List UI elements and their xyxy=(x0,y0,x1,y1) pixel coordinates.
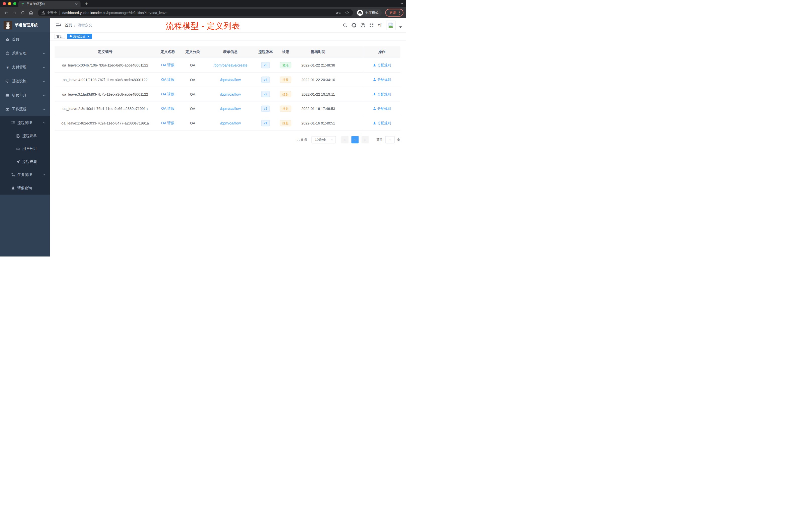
column-header: 操作 xyxy=(363,47,401,58)
form-link[interactable]: /bpm/oa/flow xyxy=(220,121,241,125)
sidebar-item[interactable]: 首页 xyxy=(0,32,50,47)
annotation-title: 流程模型 - 定义列表 xyxy=(166,21,240,32)
sidebar-item-label: 请假查询 xyxy=(17,186,32,190)
list-icon xyxy=(11,121,15,125)
tag-item[interactable]: 首页 xyxy=(54,34,65,39)
user-small-icon xyxy=(373,121,376,125)
browser-update-button[interactable]: 更新 xyxy=(385,9,404,17)
form-link[interactable]: /bpm/oa/flow xyxy=(220,78,241,82)
sidebar-item[interactable]: 研发工具 xyxy=(0,88,50,102)
sidebar-item[interactable]: 用户分组 xyxy=(0,142,50,155)
definition-category-cell: OA xyxy=(180,87,205,101)
assign-rule-link[interactable]: 分配规则 xyxy=(373,77,391,82)
window-controls xyxy=(3,2,16,5)
browser-menu-dots-icon[interactable] xyxy=(399,10,400,15)
assign-rule-link[interactable]: 分配规则 xyxy=(373,92,391,97)
reload-icon[interactable] xyxy=(19,9,26,16)
close-window-button[interactable] xyxy=(3,2,6,5)
assign-rule-link[interactable]: 分配规则 xyxy=(373,106,391,111)
filler-cell xyxy=(341,72,363,87)
sidebar-item[interactable]: 请假查询 xyxy=(0,181,50,195)
assign-rule-link[interactable]: 分配规则 xyxy=(373,121,391,125)
help-icon[interactable]: ? xyxy=(360,23,366,28)
sidebar-item[interactable]: 流程管理 xyxy=(0,116,50,129)
tag-active[interactable]: 流程定义✕ xyxy=(67,34,92,39)
dashboard-icon xyxy=(5,37,10,42)
assign-rule-link[interactable]: 分配规则 xyxy=(373,63,391,67)
sidebar-item[interactable]: 基础设施 xyxy=(0,74,50,88)
github-icon[interactable] xyxy=(351,23,357,28)
browser-tab[interactable]: 芋道管理系统 ✕ xyxy=(18,1,81,7)
home-icon[interactable] xyxy=(27,9,35,16)
tab-title: 芋道管理系统 xyxy=(27,2,75,6)
back-icon[interactable] xyxy=(2,9,10,16)
version-badge: v5 xyxy=(261,62,270,68)
definition-name-link[interactable]: OA 请假 xyxy=(161,121,174,125)
form-icon xyxy=(16,134,20,138)
chevron-down-icon xyxy=(42,52,45,55)
next-page-button[interactable]: › xyxy=(361,136,369,143)
definition-name-link[interactable]: OA 请假 xyxy=(161,92,174,97)
seedling-favicon-icon xyxy=(21,2,25,6)
user-small-icon xyxy=(373,78,376,81)
status-badge: 挂起 xyxy=(280,105,291,112)
breadcrumb-home[interactable]: 首页 xyxy=(65,23,72,28)
page-size-select[interactable]: 10条/页 xyxy=(312,136,336,143)
column-header-label: 操作 xyxy=(378,50,385,55)
action-cell: 分配规则 xyxy=(363,58,401,72)
definition-name-link[interactable]: OA 请假 xyxy=(161,106,174,111)
sidebar-item[interactable]: ¥支付管理 xyxy=(0,60,50,74)
form-link[interactable]: /bpm/oa/flow xyxy=(220,92,241,96)
sidebar-item[interactable]: 任务管理 xyxy=(0,168,50,181)
user-icon xyxy=(11,186,15,190)
chevron-down-icon xyxy=(42,66,45,68)
sidebar-fold-icon[interactable] xyxy=(56,23,61,28)
column-header-label: 定义编号 xyxy=(98,50,113,55)
action-cell: 分配规则 xyxy=(363,72,401,87)
avatar[interactable] xyxy=(386,21,396,30)
sidebar-logo[interactable]: 芋道管理系统 xyxy=(0,18,50,32)
sidebar-item[interactable]: 系统管理 xyxy=(0,47,50,60)
svg-text:?: ? xyxy=(362,24,364,27)
sidebar-item[interactable]: 工作流程 xyxy=(0,102,50,116)
page-1-button[interactable]: 1 xyxy=(351,136,358,143)
tab-close-icon[interactable]: ✕ xyxy=(75,2,78,6)
status-badge: 挂起 xyxy=(280,120,291,126)
deploy-time: 2022-01-22 19:19:11 xyxy=(301,92,335,96)
url-bar[interactable]: 不安全 dashboard.yudao.iocoder.cn/bpm/manag… xyxy=(38,9,353,16)
minimize-window-button[interactable] xyxy=(8,2,11,5)
avatar-caret-down-icon[interactable] xyxy=(399,26,402,28)
bookmark-star-icon[interactable] xyxy=(345,10,349,15)
version-badge: v2 xyxy=(261,105,270,112)
forward-icon[interactable] xyxy=(11,9,18,16)
form-link[interactable]: /bpm/oa/leave/create xyxy=(213,63,247,67)
browser-tab-strip: 芋道管理系统 ✕ + xyxy=(0,0,406,7)
definition-id: oa_leave:5:004b710b-7b8a-11ec-8ef0-acde4… xyxy=(62,63,148,67)
password-key-icon[interactable] xyxy=(336,11,341,14)
goto-page-input[interactable] xyxy=(385,136,395,143)
tab-search-chevron-icon[interactable] xyxy=(400,2,403,5)
chevron-up-icon xyxy=(42,121,45,124)
definition-name-link[interactable]: OA 请假 xyxy=(161,63,174,67)
column-header-label: 定义名称 xyxy=(161,50,175,55)
definition-id: oa_leave:4:991f2193-7b7f-11ec-a3c8-acde4… xyxy=(63,78,148,82)
definition-name-link[interactable]: OA 请假 xyxy=(161,77,174,82)
security-label: 不安全 xyxy=(47,10,57,15)
sidebar-item-label: 基础设施 xyxy=(12,79,26,84)
branch-icon xyxy=(11,173,15,177)
sidebar-item[interactable]: 流程模型 xyxy=(0,155,50,169)
url-domain: dashboard.yudao.iocoder.cn xyxy=(62,11,107,14)
column-header: 流程版本 xyxy=(256,47,276,58)
tag-close-icon[interactable]: ✕ xyxy=(87,35,90,38)
prev-page-button[interactable]: ‹ xyxy=(341,136,348,143)
form-info-cell: /bpm/oa/flow xyxy=(205,72,256,87)
definition-id: oa_leave:1:482ec033-762a-11ec-8477-a2380… xyxy=(61,121,149,125)
version-cell: v5 xyxy=(256,58,276,72)
new-tab-button[interactable]: + xyxy=(83,0,90,7)
maximize-window-button[interactable] xyxy=(13,2,16,5)
search-icon[interactable] xyxy=(343,23,348,28)
fullscreen-icon[interactable] xyxy=(369,23,374,28)
briefcase-icon xyxy=(5,107,10,112)
sidebar-item[interactable]: 流程表单 xyxy=(0,129,50,143)
form-link[interactable]: /bpm/oa/flow xyxy=(220,107,241,111)
